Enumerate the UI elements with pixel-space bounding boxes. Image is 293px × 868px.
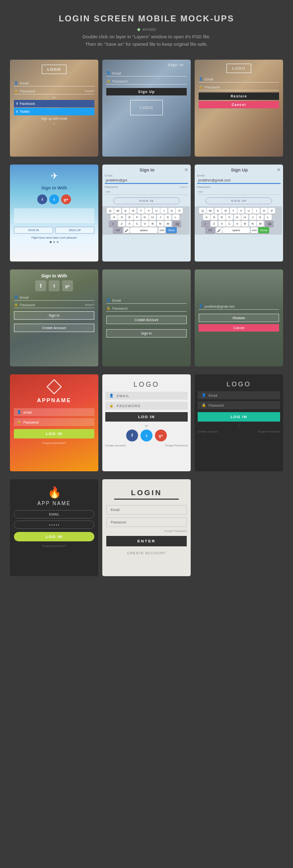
kb-header-r2c3: Sign Up ✕: [197, 167, 281, 173]
card-r1c2: Sign In 👤 Email 🔒 Password Sign Up LOGO …: [102, 60, 191, 157]
create-account-btn-r3c2[interactable]: Create Account: [106, 316, 187, 324]
done-key-r2c3[interactable]: Done: [258, 227, 269, 233]
signin-btn-r3c1[interactable]: Sign In: [14, 311, 94, 320]
tw-icon-r3c1[interactable]: t: [49, 280, 60, 291]
cancel-btn-r3c3[interactable]: Cancel: [199, 324, 279, 332]
keyboard-r2c2: QWERTYUIOP ASDFGHJKL ⇧ ZXCVBNM ⌫ 123 🎤 s…: [102, 206, 190, 235]
gp-icon-r3c1[interactable]: g+: [62, 280, 73, 291]
keyboard-r2c3: QWERTYUIOP ASDFGHJKL ⇧ ZXCVBNM ⌫ 123 🎤 s…: [195, 206, 282, 235]
or-divider-r1c1: or: [14, 96, 94, 99]
next-key-r2c2[interactable]: Next: [166, 227, 177, 233]
plane-icon-r2c1: ✈: [51, 171, 58, 181]
logo-box-r1c3: LOGO: [226, 64, 251, 73]
password-field-r5c2[interactable]: Password: [106, 518, 187, 527]
login-btn-r4c3[interactable]: LOG IN: [198, 412, 280, 422]
password-field-r4c1[interactable]: 🔒Password: [14, 418, 94, 426]
cancel-btn-r1c3[interactable]: Cancel: [199, 101, 279, 108]
card-r4c3: LOGO 👤Email 🔒Password LOG IN ⟩ Create ac…: [195, 374, 283, 471]
sign-in-with-r2c1: Sign In With: [41, 185, 67, 190]
fb-icon-r3c1[interactable]: f: [35, 280, 46, 291]
social-icons-r2c1: f t g+: [37, 194, 71, 204]
close-icon-r2c3[interactable]: ✕: [277, 167, 281, 173]
signup-email-r1c1[interactable]: Sign up with email: [14, 117, 94, 120]
email-field-r2c3[interactable]: protikhin@gmail.com: [197, 177, 281, 184]
or-text-r4c2: or: [145, 424, 148, 428]
page-header: LOGIN SCREEN MOBILE MOCK-UPS ◆ envato Do…: [0, 0, 293, 56]
password-field-r4c2[interactable]: 🔒PASSWORD: [105, 402, 188, 410]
email-field-r5c1[interactable]: EMAIL: [14, 510, 94, 519]
forgot-link-r1c1[interactable]: forgot?: [85, 89, 94, 92]
logo-r4c3: LOGO: [226, 380, 251, 388]
login-btn-r4c1[interactable]: LOG IN: [14, 429, 94, 438]
card-r4c1: APPNAME 👤email 🔒Password LOG IN Forgot p…: [10, 374, 98, 471]
twitter-btn-r1c1[interactable]: t Twitter: [14, 108, 94, 115]
password-field-r2c3[interactable]: ••••: [197, 189, 281, 195]
card-r3c3: 👤 protikhin@gmail.com Restore Cancel env…: [195, 269, 283, 366]
restore-btn-r1c3[interactable]: Restore: [199, 92, 279, 100]
password-field-r2c2[interactable]: ••••: [105, 189, 188, 195]
email-field-r4c1[interactable]: 👤email: [14, 408, 94, 416]
flame-icon-r5c1: 🔥: [48, 486, 61, 499]
card-r1c3: LOGO 👤 Email 🔒 Password Restore Cancel e…: [195, 60, 283, 157]
logo-r4c2: LOGO: [134, 380, 159, 388]
email-field-r4c2[interactable]: 👤EMAIL: [105, 392, 188, 400]
card-r2c3: Sign Up ✕ Email protikhin@gmail.com Pass…: [195, 165, 283, 261]
enter-btn-r5c2[interactable]: ENTER: [106, 536, 187, 546]
logo-box-r1c1: LOGO: [42, 65, 67, 74]
password-field-r1c2[interactable]: Password: [112, 80, 128, 83]
password-field-r1c1[interactable]: Password: [20, 89, 35, 93]
card-r1c1: LOGO 👤 Email 🔒 Password forgot? or f Fac…: [10, 60, 98, 157]
appname-r4c1: APPNAME: [37, 397, 71, 403]
email-field-r2c2[interactable]: protikhin@gm: [105, 177, 188, 184]
page-subtitle: Double click on layer in "Layers" window…: [10, 33, 283, 48]
fb-btn-r4c2[interactable]: f: [126, 430, 138, 441]
sign-in-with-r3c1: Sign In With: [41, 273, 67, 278]
close-icon-r2c2[interactable]: ✕: [184, 167, 188, 173]
card-r4c2: LOGO 👤EMAIL 🔒PASSWORD LOG IN or f t g+ C…: [102, 374, 191, 471]
email-field-r1c2[interactable]: Email: [112, 72, 121, 75]
logo-center-r1c2: LOGO: [130, 100, 162, 115]
signin-btn-r2c1[interactable]: SIGN IN: [14, 227, 53, 234]
login-btn-r5c1[interactable]: LOG IN: [14, 532, 94, 541]
card-r3c1: Sign In With f t g+ 👤 Email 🔒 Password f…: [10, 269, 98, 366]
password-field-r4c3[interactable]: 🔒Password: [198, 401, 280, 409]
signup-btn-r1c2[interactable]: Sign Up: [106, 88, 187, 95]
forgot-link-r5c2[interactable]: Forgot Password: [106, 529, 187, 532]
password-field-r5c1[interactable]: • • • • •: [14, 521, 94, 529]
forgot-pw-r5c1[interactable]: Forgot password?: [42, 544, 66, 547]
facebook-icon-r2c1[interactable]: f: [37, 194, 47, 204]
mockup-row-3: Sign In With f t g+ 👤 Email 🔒 Password f…: [0, 265, 293, 370]
kb-header-r2c2: Sign In ✕: [105, 167, 188, 173]
app-name-r5c1: APP NAME: [37, 501, 71, 506]
card-r5c2: LOGIN Email Password Forgot Password ENT…: [102, 479, 191, 576]
mockup-row-2: ✈ Sign In With f t g+ SIGN IN SIGN UP Fl…: [0, 161, 293, 265]
card-r2c1: ✈ Sign In With f t g+ SIGN IN SIGN UP Fl…: [10, 165, 98, 261]
restore-btn-r3c3[interactable]: Restore: [199, 314, 279, 322]
forgot-pw-r4c1[interactable]: Forgot password?: [42, 441, 66, 444]
mockup-row-1: LOGO 👤 Email 🔒 Password forgot? or f Fac…: [0, 56, 293, 161]
signin-btn-r3c2[interactable]: Sign In: [106, 329, 187, 338]
dots-r2c1: [50, 241, 59, 243]
signup-btn-r2c1[interactable]: SIGN UP: [55, 227, 94, 234]
signin-btn-r2c2[interactable]: SIGN IN: [113, 197, 180, 204]
mockup-row-4: APPNAME 👤email 🔒Password LOG IN Forgot p…: [0, 370, 293, 475]
twitter-icon-r2c1[interactable]: t: [49, 194, 59, 204]
create-account-r5c2[interactable]: CREATE ACCOUNT: [127, 551, 166, 555]
googleplus-icon-r2c1[interactable]: g+: [61, 194, 71, 204]
sign-in-label-r1c2: Sign In: [168, 63, 184, 67]
signup-btn-r2c3[interactable]: SIGN UP: [206, 197, 272, 204]
login-title-r5c2: LOGIN: [114, 488, 179, 500]
gp-btn-r4c2[interactable]: g+: [155, 430, 167, 441]
email-field-r4c3[interactable]: 👤Email: [198, 391, 280, 399]
card-r3c2: 👤 Email 🔒 Password Create Account Sign I…: [102, 269, 191, 366]
login-btn-r4c2[interactable]: LOG IN: [105, 412, 188, 422]
mockup-row-5: 🔥 APP NAME EMAIL • • • • • LOG IN Forgot…: [0, 475, 293, 580]
email-field-r1c1[interactable]: Email: [20, 82, 29, 85]
email-field-r5c2[interactable]: Email: [106, 505, 187, 515]
facebook-btn-r1c1[interactable]: f Facebook: [14, 100, 94, 107]
diamond-icon-r4c1: [46, 379, 62, 395]
create-account-btn-r3c1[interactable]: Create Account: [14, 324, 94, 332]
tw-btn-r4c2[interactable]: t: [141, 430, 152, 441]
page-title: LOGIN SCREEN MOBILE MOCK-UPS: [10, 14, 283, 24]
envato-watermark-top: ◆ envato: [10, 27, 283, 32]
